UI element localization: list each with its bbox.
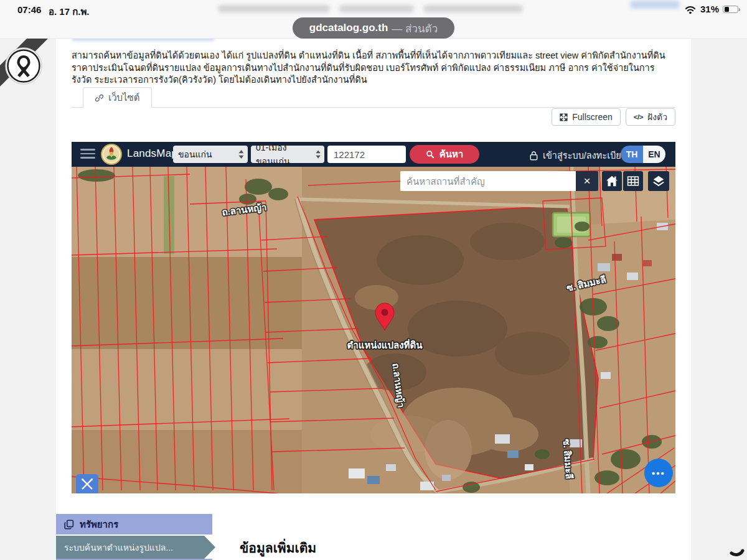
dataset-description: สามารถค้นหาข้อมูลที่ดินได้ด้วยตนเอง ได้แ… xyxy=(72,50,669,86)
link-icon xyxy=(95,93,104,103)
resource-item-label: ระบบค้นหาตำแหน่งรูปแปล... xyxy=(64,541,173,554)
clear-search-button[interactable]: × xyxy=(576,171,598,191)
layers-button[interactable] xyxy=(648,171,669,191)
landsmaps-toolbar: LandsMaps ขอนแก่น 01-เมืองขอนแก่น ค้นหา xyxy=(72,142,675,167)
satellite-map[interactable]: ถ.ลานหญ้า ถ.ลานหญ้า ซ. สิมมะลี ซ. สิมมะล… xyxy=(72,167,675,493)
more-info-heading: ข้อมูลเพิ่มเติม xyxy=(240,538,316,558)
more-options-fab[interactable]: ••• xyxy=(644,459,673,487)
measure-tools-button[interactable] xyxy=(76,474,98,493)
code-icon: </> xyxy=(634,113,643,121)
pencil-ruler-icon xyxy=(80,477,94,491)
select-stepper-icon xyxy=(238,150,244,159)
login-register-link[interactable]: เข้าสู่ระบบ/ลงทะเบียน xyxy=(530,148,627,162)
page-left-margin xyxy=(0,39,56,560)
blurred-header-button xyxy=(630,1,680,9)
embed-label: ฝังตัว xyxy=(647,110,667,124)
tab-website-label: เว็บไซต์ xyxy=(108,90,140,105)
blurred-page-title xyxy=(423,5,523,12)
home-icon xyxy=(606,175,618,187)
pin-label: ตำแหน่งแปลงที่ดิน xyxy=(347,338,423,350)
tab-divider xyxy=(72,107,675,108)
blurred-page-title xyxy=(339,5,414,12)
resource-breadcrumb-item[interactable]: ระบบค้นหาตำแหน่งรูปแปล... xyxy=(56,536,215,559)
home-extent-button[interactable] xyxy=(602,171,622,191)
tab-website[interactable]: เว็บไซต์ xyxy=(83,87,152,108)
login-register-label: เข้าสู่ระบบ/ลงทะเบียน xyxy=(543,148,627,162)
expand-arrows-icon xyxy=(560,113,568,121)
lock-icon xyxy=(530,151,538,161)
district-select[interactable]: 01-เมืองขอนแก่น xyxy=(251,146,324,163)
resources-label: ทรัพยากร xyxy=(80,517,118,532)
blurred-page-title xyxy=(218,5,330,12)
url-host: gdcatalog.go.th xyxy=(309,22,388,34)
battery-icon xyxy=(723,6,738,13)
embed-button[interactable]: </> ฝังตัว xyxy=(626,108,675,126)
language-toggle: TH EN xyxy=(621,146,665,163)
grid-icon xyxy=(627,176,639,186)
copy-pages-icon xyxy=(64,520,74,530)
feedback-swoosh-icon xyxy=(730,543,746,559)
menu-icon[interactable] xyxy=(80,149,95,159)
grid-table-button[interactable] xyxy=(623,171,643,191)
battery-percent: 31% xyxy=(700,4,719,14)
lang-th-button[interactable]: TH xyxy=(621,146,643,163)
landsmaps-logo xyxy=(101,144,122,167)
search-button[interactable]: ค้นหา xyxy=(410,145,479,164)
clock: 07:46 xyxy=(17,4,41,15)
map-canvas: ถ.ลานหญ้า ถ.ลานหญ้า ซ. สิมมะลี ซ. สิมมะล… xyxy=(72,167,675,493)
parcel-number-input[interactable] xyxy=(327,146,406,163)
mourning-ribbon-badge xyxy=(0,34,72,108)
page-right-margin xyxy=(691,39,747,560)
district-value: 01-เมืองขอนแก่น xyxy=(256,141,316,168)
private-browsing-label: — ส่วนตัว xyxy=(392,20,438,37)
status-date: อ. 17 ก.พ. xyxy=(49,4,90,19)
select-stepper-icon xyxy=(316,150,321,159)
province-value: ขอนแก่น xyxy=(178,147,212,161)
lang-en-button[interactable]: EN xyxy=(643,146,665,163)
wifi-icon xyxy=(684,4,697,14)
search-icon xyxy=(426,150,435,159)
resources-section-header[interactable]: ทรัพยากร xyxy=(56,514,212,534)
place-search-input[interactable] xyxy=(400,171,576,191)
province-select[interactable]: ขอนแก่น xyxy=(173,146,248,163)
layers-icon xyxy=(652,175,665,187)
ipad-screen: 07:46 อ. 17 ก.พ. 31% gdcatalog.go.th — ส… xyxy=(0,0,747,560)
fullscreen-label: Fullscreen xyxy=(572,112,613,122)
fullscreen-button[interactable]: Fullscreen xyxy=(552,108,621,126)
search-label: ค้นหา xyxy=(439,147,464,162)
address-bar[interactable]: gdcatalog.go.th — ส่วนตัว xyxy=(293,17,454,39)
